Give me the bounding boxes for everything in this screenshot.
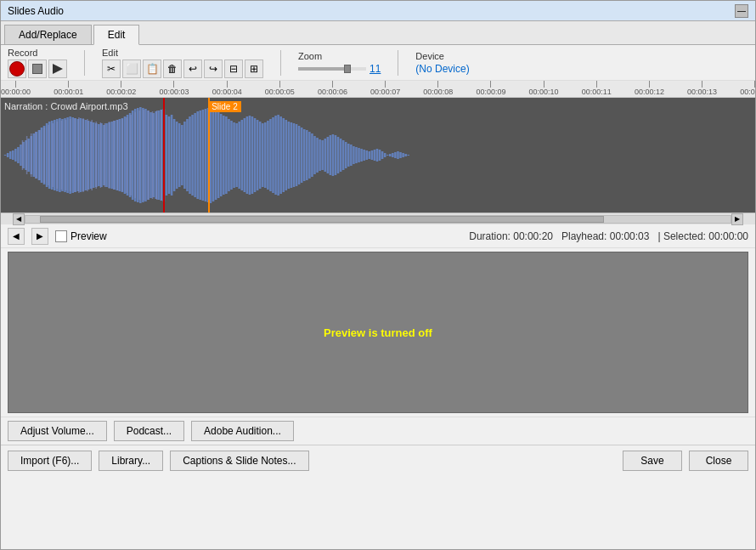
record-label: Record	[8, 48, 67, 58]
cut-button[interactable]: ✂	[102, 60, 121, 78]
zoom-label: Zoom	[298, 51, 381, 61]
ruler-mark-10: 00:00:10	[529, 81, 559, 96]
preview-checkbox[interactable]	[55, 230, 67, 242]
ruler-mark-8: 00:00:08	[423, 81, 453, 96]
transport-status: Duration: 00:00:20 Playhead: 00:00:03 | …	[469, 230, 748, 242]
waveform-area[interactable]: Narration : Crowd Airport.mp3 Slide 2 //…	[1, 98, 755, 213]
record-buttons	[8, 60, 67, 78]
save-button[interactable]: Save	[623, 451, 682, 471]
duration-label: Duration:	[469, 230, 511, 242]
close-button[interactable]: Close	[689, 451, 748, 471]
copy-button[interactable]: ⬜	[122, 60, 141, 78]
slide-marker[interactable]: Slide 2	[208, 101, 241, 112]
ruler-mark-12: 00:00:12	[635, 81, 664, 96]
window-title: Slides Audio	[8, 5, 64, 17]
preview-area: Preview is turned off	[8, 252, 748, 413]
edit-group: Edit ✂ ⬜ 📋 🗑 ↩ ↪ ⊟ ⊞	[102, 48, 263, 78]
zoom-slider-row: 11	[298, 63, 381, 75]
preview-check-group: Preview	[55, 230, 107, 242]
trim-button[interactable]: ⊟	[224, 60, 243, 78]
ruler-mark-9: 00:00:09	[476, 81, 505, 96]
split-button[interactable]: ⊞	[245, 60, 263, 78]
transport-bar: ◀ ▶ Preview Duration: 00:00:20 Playhead:…	[1, 224, 755, 248]
track-label: Narration : Crowd Airport.mp3	[4, 101, 128, 111]
zoom-slider[interactable]	[298, 67, 366, 71]
title-bar: Slides Audio —	[1, 1, 755, 21]
device-group: Device (No Device)	[415, 51, 469, 75]
undo-button[interactable]: ↩	[183, 60, 202, 78]
selected-label: | Selected:	[657, 230, 705, 242]
window-close-button[interactable]: —	[735, 4, 748, 18]
prev-button[interactable]: ◀	[8, 228, 25, 245]
redo-button[interactable]: ↪	[204, 60, 223, 78]
separator-1	[84, 50, 85, 76]
adjust-volume-button[interactable]: Adjust Volume...	[8, 421, 107, 441]
captions-button[interactable]: Captions & Slide Notes...	[170, 451, 308, 471]
ruler-mark-14: 00:00:14	[740, 81, 755, 96]
tab-edit[interactable]: Edit	[93, 25, 140, 45]
toolbar: Record Edit ✂ ⬜ 📋 🗑 ↩	[1, 45, 755, 81]
ruler-mark-4: 00:00:04	[212, 81, 242, 96]
record-button[interactable]	[8, 60, 26, 78]
ruler-mark-3: 00:00:03	[159, 81, 189, 96]
ruler-mark-5: 00:00:05	[265, 81, 295, 96]
stop-icon	[32, 64, 42, 74]
device-label: Device	[415, 51, 469, 61]
scroll-left-button[interactable]: ◀	[13, 213, 25, 225]
next-button[interactable]: ▶	[31, 228, 48, 245]
separator-2	[280, 50, 281, 76]
tab-bar: Add/Replace Edit	[1, 21, 755, 45]
tab-add-replace[interactable]: Add/Replace	[4, 25, 92, 44]
zoom-value[interactable]: 11	[370, 63, 381, 75]
playhead-value: 00:00:03	[610, 230, 650, 242]
bottom-buttons-row1: Adjust Volume... Podcast... Adobe Auditi…	[1, 417, 755, 445]
playhead-label: Playhead:	[561, 230, 606, 242]
zoom-group: Zoom 11	[298, 51, 381, 75]
podcast-button[interactable]: Podcast...	[114, 421, 184, 441]
delete-button[interactable]: 🗑	[163, 60, 182, 78]
h-scrollbar[interactable]: ◀ ▶	[1, 213, 755, 224]
ruler-mark-2: 00:00:02	[106, 81, 136, 96]
scroll-thumb[interactable]	[40, 216, 604, 223]
device-value[interactable]: (No Device)	[415, 63, 469, 75]
play-icon	[53, 64, 63, 74]
stop-button[interactable]	[28, 60, 47, 78]
selected-value: 00:00:00	[708, 230, 748, 242]
main-window: Slides Audio — Add/Replace Edit Record	[0, 0, 756, 550]
library-button[interactable]: Library...	[99, 451, 163, 471]
separator-3	[398, 50, 398, 76]
playhead-line	[163, 98, 165, 213]
edit-buttons: ✂ ⬜ 📋 🗑 ↩ ↪ ⊟ ⊞	[102, 60, 263, 78]
record-icon	[9, 61, 25, 77]
ruler-mark-1: 00:00:01	[54, 81, 83, 96]
timeline-ruler: 00:00:00 00:00:01 00:00:02 00:00:03 00:0…	[1, 81, 755, 98]
duration-value: 00:00:20	[513, 230, 553, 242]
preview-off-text: Preview is turned off	[324, 326, 432, 339]
play-button[interactable]	[48, 60, 67, 78]
ruler-marks: 00:00:00 00:00:01 00:00:02 00:00:03 00:0…	[1, 81, 755, 97]
edit-label: Edit	[102, 48, 263, 58]
ruler-mark-11: 00:00:11	[582, 81, 612, 96]
import-button[interactable]: Import (F6)...	[8, 451, 92, 471]
record-group: Record	[8, 48, 67, 78]
ruler-mark-0: 00:00:00	[1, 81, 31, 96]
adobe-audition-button[interactable]: Adobe Audition...	[191, 421, 294, 441]
waveform-svg: // We'll just draw lines in SVG directly	[1, 98, 755, 213]
ruler-mark-6: 00:00:06	[318, 81, 347, 96]
paste-button[interactable]: 📋	[143, 60, 161, 78]
bottom-buttons-row2: Import (F6)... Library... Captions & Sli…	[1, 445, 755, 476]
preview-label: Preview	[71, 230, 107, 242]
ruler-mark-7: 00:00:07	[370, 81, 400, 96]
slide-line	[208, 98, 210, 213]
scroll-right-button[interactable]: ▶	[731, 213, 743, 225]
scroll-track[interactable]	[25, 215, 731, 224]
ruler-mark-13: 00:00:13	[687, 81, 717, 96]
